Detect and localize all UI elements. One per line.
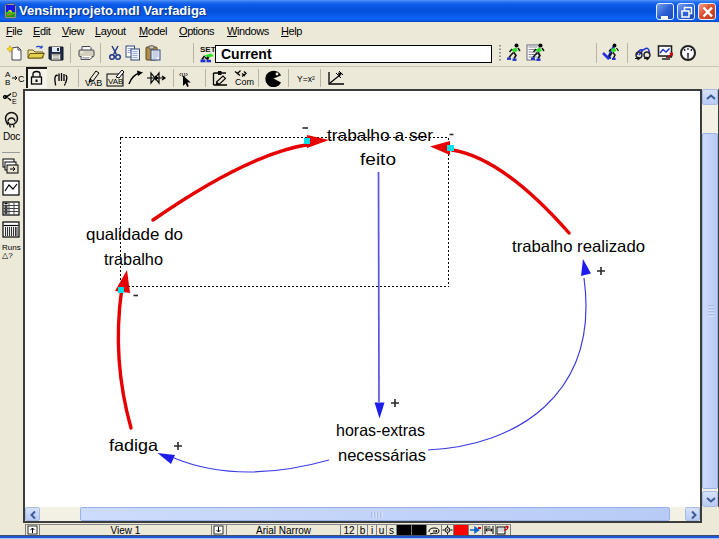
svg-text:trabalho realizado: trabalho realizado xyxy=(512,237,645,255)
svg-text:B: B xyxy=(5,78,10,87)
svg-text:necessárias: necessárias xyxy=(338,446,426,464)
svg-text:trabalho a ser: trabalho a ser xyxy=(327,126,434,144)
svg-text:VAB: VAB xyxy=(108,77,123,86)
svg-text:Y=x²: Y=x² xyxy=(297,74,315,84)
svg-text:horas-extras: horas-extras xyxy=(336,421,425,439)
svg-text:qualidade do: qualidade do xyxy=(86,225,183,243)
svg-text:E: E xyxy=(12,98,17,105)
svg-text:trabalho: trabalho xyxy=(104,250,163,268)
svg-text:feito: feito xyxy=(360,150,396,168)
svg-text:Com: Com xyxy=(235,77,254,87)
svg-text:D: D xyxy=(12,91,17,98)
svg-text:to: to xyxy=(486,525,490,530)
svg-text:C: C xyxy=(18,74,25,84)
svg-text:fadiga: fadiga xyxy=(109,436,159,454)
svg-text:SET: SET xyxy=(200,45,216,54)
